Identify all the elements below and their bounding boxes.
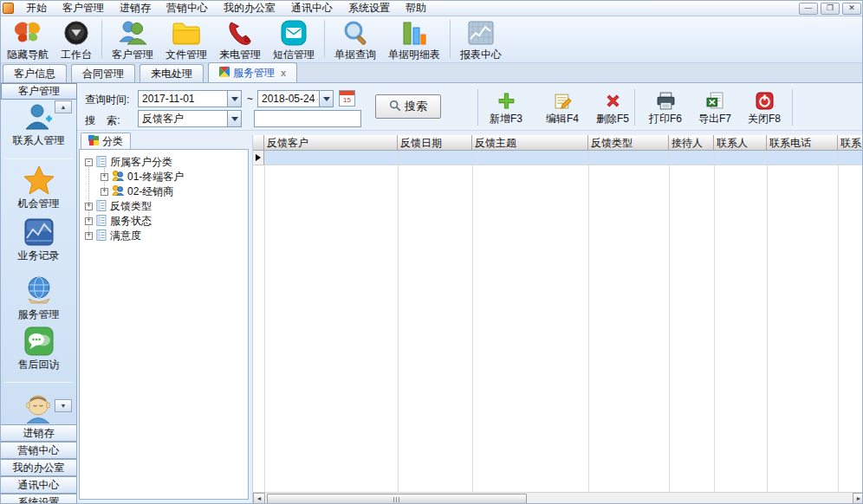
close-form-button[interactable]: 关闭F8 xyxy=(740,90,788,126)
minimize-button[interactable]: — xyxy=(799,3,818,15)
menu-item-marketing[interactable]: 营销中心 xyxy=(159,0,216,16)
selected-empty-row[interactable] xyxy=(253,151,863,165)
clipboard-icon xyxy=(96,229,107,243)
menu-item-my-office[interactable]: 我的办公室 xyxy=(216,0,283,16)
tab-close-icon[interactable]: x xyxy=(281,68,286,78)
toolbar-customer-mgmt[interactable]: 客户管理 xyxy=(106,16,159,62)
date-to-dropdown[interactable]: 2018-05-24 xyxy=(257,90,334,107)
app-icon[interactable] xyxy=(3,3,14,14)
toolbar-file-mgmt[interactable]: 文件管理 xyxy=(159,16,213,62)
calendar-icon[interactable]: 15 xyxy=(339,90,355,107)
expand-icon[interactable]: + xyxy=(85,232,93,240)
search-input[interactable] xyxy=(254,110,361,127)
date-range-label: 查询时间: xyxy=(85,93,129,107)
records-chart-icon xyxy=(23,217,55,247)
menu-item-system-settings[interactable]: 系统设置 xyxy=(341,0,398,16)
date-from-dropdown[interactable]: 2017-11-01 xyxy=(138,90,242,107)
add-button[interactable]: 新增F3 xyxy=(482,90,530,126)
column-header-contact-truncated[interactable]: 联系 xyxy=(838,135,863,151)
calendar-day: 15 xyxy=(340,95,354,105)
tab-service-mgmt[interactable]: 服务管理 x xyxy=(208,62,297,82)
person-icon[interactable] xyxy=(20,392,56,426)
toolbar-doc-query[interactable]: 单据查询 xyxy=(328,16,382,62)
scrollbar-thumb[interactable] xyxy=(267,494,527,504)
tree-node-satisfaction[interactable]: + 满意度 xyxy=(85,229,141,243)
search-type-dropdown[interactable]: 反馈客户 xyxy=(138,110,242,127)
toolbar-label: 隐藏导航 xyxy=(7,48,49,62)
expand-icon[interactable]: + xyxy=(101,173,108,181)
expand-icon[interactable]: + xyxy=(85,203,93,210)
sidebar-group-customer-mgmt[interactable]: 客户管理 xyxy=(1,83,77,100)
toolbar-label: 来电管理 xyxy=(219,48,261,62)
expand-icon[interactable]: + xyxy=(85,217,93,225)
search-button[interactable]: 搜索 xyxy=(375,94,441,119)
column-header-contact[interactable]: 联系人 xyxy=(714,135,767,151)
sidebar-item-contacts[interactable]: 联系人管理 xyxy=(1,102,76,148)
menu-item-comm-center[interactable]: 通讯中心 xyxy=(283,0,341,16)
sidebar-button-comm-center[interactable]: 通讯中心 xyxy=(1,476,77,494)
sidebar-button-inventory[interactable]: 进销存 xyxy=(1,424,77,442)
row-selector-cell[interactable] xyxy=(253,151,264,165)
column-header-feedback-customer[interactable]: 反馈客户 xyxy=(264,135,398,151)
sidebar-button-system-settings[interactable]: 系统设置 xyxy=(1,494,77,504)
print-button[interactable]: 打印F6 xyxy=(641,90,690,126)
horizontal-scrollbar[interactable]: ◄ ► xyxy=(253,492,863,504)
tab-incoming-call[interactable]: 来电处理 xyxy=(140,64,204,82)
tree-node-distributors[interactable]: + 02-经销商 xyxy=(101,184,173,199)
document-tabs: 客户信息 合同管理 来电处理 服务管理 x xyxy=(1,63,863,83)
toolbar-label: 客户管理 xyxy=(112,48,153,62)
query-bar: 查询时间: 2017-11-01 ~ 2018-05-24 15 搜 索: 反馈… xyxy=(77,83,863,131)
scroll-left-icon[interactable]: ◄ xyxy=(253,493,265,504)
expand-icon[interactable]: + xyxy=(101,188,108,196)
toolbar-hide-nav[interactable]: 隐藏导航 xyxy=(1,16,55,62)
sidebar-item-business-records[interactable]: 业务记录 xyxy=(1,217,76,263)
column-header-receptionist[interactable]: 接待人 xyxy=(669,135,714,151)
tree-node-terminal-customers[interactable]: + 01-终端客户 xyxy=(101,170,184,184)
tree-node-customer-categories[interactable]: - 所属客户分类 xyxy=(85,155,172,170)
chevron-down-icon[interactable] xyxy=(319,91,333,107)
sidebar-item-after-sales-callback[interactable]: 售后回访 xyxy=(1,326,76,372)
report-icon xyxy=(467,18,495,48)
column-header-feedback-type[interactable]: 反馈类型 xyxy=(588,135,669,151)
export-button[interactable]: 导出F7 xyxy=(691,90,739,126)
sidebar-item-label: 服务管理 xyxy=(18,307,60,322)
toolbar-sms-mgmt[interactable]: 短信管理 xyxy=(267,16,321,62)
grid-column-line xyxy=(767,151,768,492)
sidebar-button-marketing[interactable]: 营销中心 xyxy=(1,442,77,459)
edit-button[interactable]: 编辑F4 xyxy=(538,90,587,126)
sidebar-item-opportunity[interactable]: 机会管理 xyxy=(1,165,76,211)
category-tab[interactable]: 分类 xyxy=(81,132,131,150)
tree-node-service-status[interactable]: + 服务状态 xyxy=(85,214,152,229)
menu-item-start[interactable]: 开始 xyxy=(18,0,55,16)
toolbar-report-center[interactable]: 报表中心 xyxy=(454,16,508,62)
toolbar-separator xyxy=(101,20,102,58)
toolbar-doc-detail-report[interactable]: 单据明细表 xyxy=(382,16,446,62)
column-header-feedback-subject[interactable]: 反馈主题 xyxy=(472,135,588,151)
menu-bar: 开始 客户管理 进销存 营销中心 我的办公室 通讯中心 系统设置 帮助 — ❐ … xyxy=(1,1,863,16)
tab-label: 客户信息 xyxy=(14,67,55,81)
menu-item-help[interactable]: 帮助 xyxy=(398,0,434,16)
scroll-right-icon[interactable]: ► xyxy=(853,493,863,504)
sidebar-item-service-mgmt[interactable]: 服务管理 xyxy=(1,276,76,322)
toolbar-workbench[interactable]: 工作台 xyxy=(55,16,98,62)
chevron-down-icon[interactable] xyxy=(227,111,241,126)
toolbar-call-mgmt[interactable]: 来电管理 xyxy=(213,16,267,62)
tab-customer-info[interactable]: 客户信息 xyxy=(3,64,67,82)
sidebar-scroll-down-button[interactable]: ▼ xyxy=(55,399,72,412)
tab-contract-mgmt[interactable]: 合同管理 xyxy=(71,64,135,82)
tree-node-feedback-type[interactable]: + 反馈类型 xyxy=(85,199,152,214)
collapse-icon[interactable]: - xyxy=(85,158,93,166)
delete-button[interactable]: 删除F5 xyxy=(588,90,637,126)
column-header-feedback-date[interactable]: 反馈日期 xyxy=(398,135,472,151)
menu-item-inventory[interactable]: 进销存 xyxy=(112,0,159,16)
sidebar-button-my-office[interactable]: 我的办公室 xyxy=(1,459,77,476)
close-button[interactable]: ✕ xyxy=(842,3,861,15)
column-header-contact-phone[interactable]: 联系电话 xyxy=(767,135,838,151)
restore-button[interactable]: ❐ xyxy=(821,3,840,15)
category-tree: - 所属客户分类 + xyxy=(79,149,249,500)
chevron-down-icon[interactable] xyxy=(227,91,241,107)
range-separator: ~ xyxy=(247,93,253,105)
menu-item-customer-mgmt[interactable]: 客户管理 xyxy=(55,0,112,16)
grid-column-line xyxy=(398,151,399,492)
sidebar-divider xyxy=(4,158,73,159)
